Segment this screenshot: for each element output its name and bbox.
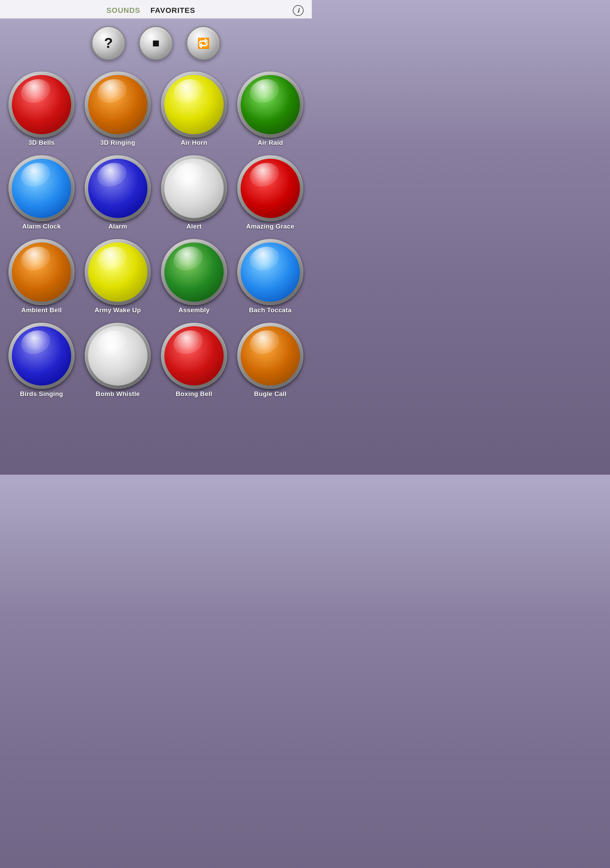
sound-button-alarm[interactable] xyxy=(88,159,147,218)
sound-label-bach-toccata: Bach Toccata xyxy=(249,307,292,314)
sound-item-bomb-whistle[interactable]: Bomb Whistle xyxy=(80,320,156,404)
sound-button-assembly[interactable] xyxy=(164,242,224,302)
sound-button-alert[interactable] xyxy=(164,159,224,218)
tab-sounds[interactable]: SOUNDS xyxy=(107,6,140,15)
tab-favorites[interactable]: FAVORITES xyxy=(150,6,195,15)
sound-label-air-raid: Air Raid xyxy=(257,139,283,146)
header: SOUNDS FAVORITES ℹ xyxy=(0,0,312,19)
controls-row: ? ■ 🔁 xyxy=(0,19,312,65)
sound-item-ambient-bell[interactable]: Ambient Bell xyxy=(3,236,80,320)
sound-item-birds-singing[interactable]: Birds Singing xyxy=(3,320,80,404)
sound-item-amazing-grace[interactable]: Amazing Grace xyxy=(232,153,308,236)
sound-label-bugle-call: Bugle Call xyxy=(254,390,287,398)
help-button[interactable]: ? xyxy=(91,26,125,60)
sound-label-assembly: Assembly xyxy=(178,307,209,314)
sound-button-army-wake-up[interactable] xyxy=(88,242,147,302)
sound-button-bomb-whistle[interactable] xyxy=(88,326,147,386)
sound-label-alert: Alert xyxy=(186,223,202,230)
sound-button-birds-singing[interactable] xyxy=(12,326,71,386)
sound-button-bach-toccata[interactable] xyxy=(241,242,300,302)
sound-label-birds-singing: Birds Singing xyxy=(20,390,63,398)
sound-button-ambient-bell[interactable] xyxy=(12,242,71,302)
sound-item-3d-ringing[interactable]: 3D Ringing xyxy=(80,69,156,153)
sound-item-3d-bells[interactable]: 3D Bells xyxy=(3,69,80,153)
sound-item-assembly[interactable]: Assembly xyxy=(156,236,232,320)
sound-item-army-wake-up[interactable]: Army Wake Up xyxy=(80,236,156,320)
sound-item-alarm[interactable]: Alarm xyxy=(80,153,156,236)
info-icon: ℹ xyxy=(297,7,300,14)
sound-button-3d-ringing[interactable] xyxy=(88,75,147,134)
sound-button-3d-bells[interactable] xyxy=(12,75,71,134)
sound-label-air-horn: Air Horn xyxy=(181,139,207,146)
sound-button-air-horn[interactable] xyxy=(164,75,224,134)
sound-item-boxing-bell[interactable]: Boxing Bell xyxy=(156,320,232,404)
sound-label-3d-ringing: 3D Ringing xyxy=(100,139,135,146)
sound-label-3d-bells: 3D Bells xyxy=(28,139,54,146)
stop-button[interactable]: ■ xyxy=(139,26,173,60)
sound-item-alarm-clock[interactable]: Alarm Clock xyxy=(3,153,80,236)
sound-label-army-wake-up: Army Wake Up xyxy=(94,307,141,314)
sound-item-air-raid[interactable]: Air Raid xyxy=(232,69,308,153)
sound-label-bomb-whistle: Bomb Whistle xyxy=(96,390,139,398)
repeat-button[interactable]: 🔁 xyxy=(186,26,220,60)
sound-item-bach-toccata[interactable]: Bach Toccata xyxy=(232,236,308,320)
sound-label-boxing-bell: Boxing Bell xyxy=(176,390,212,398)
sound-button-amazing-grace[interactable] xyxy=(241,159,300,218)
sound-button-boxing-bell[interactable] xyxy=(164,326,224,386)
sound-label-ambient-bell: Ambient Bell xyxy=(21,307,62,314)
sounds-grid: 3D Bells3D RingingAir HornAir RaidAlarm … xyxy=(0,65,312,411)
sound-button-alarm-clock[interactable] xyxy=(12,159,71,218)
sound-item-alert[interactable]: Alert xyxy=(156,153,232,236)
info-button[interactable]: ℹ xyxy=(293,5,303,16)
sound-item-air-horn[interactable]: Air Horn xyxy=(156,69,232,153)
sound-button-bugle-call[interactable] xyxy=(241,326,300,386)
sound-label-alarm: Alarm xyxy=(108,223,127,230)
sound-button-air-raid[interactable] xyxy=(241,75,300,134)
sound-item-bugle-call[interactable]: Bugle Call xyxy=(232,320,308,404)
sound-label-alarm-clock: Alarm Clock xyxy=(22,223,61,230)
sound-label-amazing-grace: Amazing Grace xyxy=(246,223,294,230)
